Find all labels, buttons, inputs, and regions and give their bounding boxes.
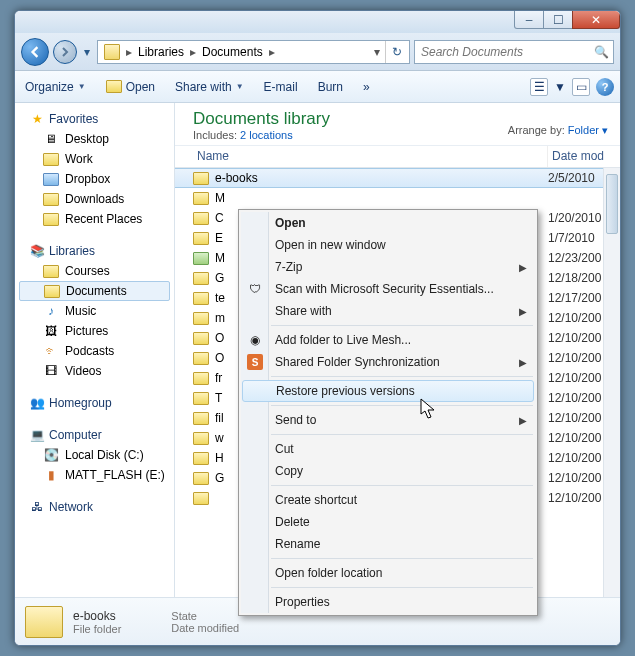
menu-item[interactable]: Properties [241, 591, 535, 613]
menu-item[interactable]: 🛡Scan with Microsoft Security Essentials… [241, 278, 535, 300]
menu-item[interactable]: Restore previous versions [242, 380, 534, 402]
folder-icon [193, 412, 209, 425]
sidebar-libraries-header[interactable]: 📚Libraries [15, 241, 174, 261]
menu-item-icon: ◉ [247, 332, 263, 348]
burn-button[interactable]: Burn [314, 78, 347, 96]
folder-icon [193, 312, 209, 325]
view-mode-dropdown[interactable]: ▼ [554, 80, 566, 94]
column-headers[interactable]: Name Date mod [175, 146, 620, 168]
email-button[interactable]: E-mail [260, 78, 302, 96]
arrange-by-dropdown[interactable]: Folder ▾ [568, 124, 608, 136]
libraries-icon: 📚 [29, 243, 45, 259]
vertical-scrollbar[interactable] [603, 168, 620, 597]
open-button[interactable]: Open [102, 78, 159, 96]
back-button[interactable] [21, 38, 49, 66]
chevron-right-icon[interactable]: ▸ [188, 45, 198, 59]
star-icon: ★ [29, 111, 45, 127]
menu-item[interactable]: Delete [241, 511, 535, 533]
submenu-arrow-icon: ▶ [519, 306, 527, 317]
folder-icon [43, 265, 59, 278]
breadcrumb-dropdown[interactable]: ▾ [369, 41, 385, 63]
sidebar-homegroup-header[interactable]: 👥Homegroup [15, 393, 174, 413]
menu-item-label: Rename [275, 537, 320, 551]
breadcrumb[interactable]: ▸ Libraries ▸ Documents ▸ ▾ ↻ [97, 40, 410, 64]
computer-icon: 💻 [29, 427, 45, 443]
sidebar-item-music[interactable]: ♪Music [15, 301, 174, 321]
sidebar-item-work[interactable]: Work [15, 149, 174, 169]
refresh-button[interactable]: ↻ [385, 41, 407, 63]
nav-history-dropdown[interactable]: ▾ [81, 42, 93, 62]
folder-icon [193, 332, 209, 345]
network-icon: 🖧 [29, 499, 45, 515]
folder-icon [193, 432, 209, 445]
sidebar-item-documents[interactable]: Documents [19, 281, 170, 301]
menu-item[interactable]: Create shortcut [241, 489, 535, 511]
homegroup-icon: 👥 [29, 395, 45, 411]
sidebar-item-recent-places[interactable]: Recent Places [15, 209, 174, 229]
recent-icon [43, 213, 59, 226]
sidebar-item-desktop[interactable]: 🖥Desktop [15, 129, 174, 149]
menu-item[interactable]: Share with▶ [241, 300, 535, 322]
folder-icon [193, 352, 209, 365]
search-box[interactable]: 🔍 [414, 40, 614, 64]
search-input[interactable] [419, 44, 594, 60]
sidebar-network-header[interactable]: 🖧Network [15, 497, 174, 517]
scrollbar-thumb[interactable] [606, 174, 618, 234]
chevron-right-icon[interactable]: ▸ [267, 45, 277, 59]
close-button[interactable]: ✕ [572, 11, 620, 29]
sidebar-computer-header[interactable]: 💻Computer [15, 425, 174, 445]
menu-item-icon: S [247, 354, 263, 370]
sidebar-item-podcasts[interactable]: ᯤPodcasts [15, 341, 174, 361]
file-row[interactable]: M [175, 188, 620, 208]
menu-separator [271, 405, 533, 406]
column-name[interactable]: Name [193, 146, 548, 167]
share-with-button[interactable]: Share with▼ [171, 78, 248, 96]
sidebar-item-local-disk[interactable]: 💽Local Disk (C:) [15, 445, 174, 465]
more-button[interactable]: » [359, 78, 374, 96]
menu-item-icon: 🛡 [247, 281, 263, 297]
includes-link[interactable]: 2 locations [240, 129, 293, 141]
menu-item[interactable]: Send to▶ [241, 409, 535, 431]
sidebar-item-flash-drive[interactable]: ▮MATT_FLASH (E:) [15, 465, 174, 485]
menu-item-label: Share with [275, 304, 332, 318]
sidebar-item-pictures[interactable]: 🖼Pictures [15, 321, 174, 341]
menu-item[interactable]: ◉Add folder to Live Mesh... [241, 329, 535, 351]
sidebar-item-dropbox[interactable]: Dropbox [15, 169, 174, 189]
folder-icon [193, 172, 209, 185]
maximize-button[interactable]: ☐ [543, 11, 573, 29]
file-row[interactable]: e-books2/5/2010 [175, 168, 620, 188]
menu-item-label: Scan with Microsoft Security Essentials.… [275, 282, 494, 296]
application-icon [193, 252, 209, 265]
menu-item[interactable]: Copy [241, 460, 535, 482]
toolbar: Organize▼ Open Share with▼ E-mail Burn »… [15, 71, 620, 103]
folder-icon [193, 232, 209, 245]
menu-item[interactable]: 7-Zip▶ [241, 256, 535, 278]
sidebar-item-videos[interactable]: 🎞Videos [15, 361, 174, 381]
menu-item[interactable]: SShared Folder Synchronization▶ [241, 351, 535, 373]
status-item-name: e-books [73, 609, 121, 623]
minimize-button[interactable]: – [514, 11, 544, 29]
sidebar-item-courses[interactable]: Courses [15, 261, 174, 281]
view-mode-button[interactable]: ☰ [530, 78, 548, 96]
help-button[interactable]: ? [596, 78, 614, 96]
folder-icon [193, 192, 209, 205]
menu-item[interactable]: Open in new window [241, 234, 535, 256]
column-date[interactable]: Date mod [548, 146, 620, 167]
breadcrumb-libraries[interactable]: Libraries [134, 41, 188, 63]
status-item-type: File folder [73, 623, 121, 635]
folder-icon [193, 212, 209, 225]
sidebar-favorites-header[interactable]: ★Favorites [15, 109, 174, 129]
organize-button[interactable]: Organize▼ [21, 78, 90, 96]
menu-item[interactable]: Open folder location [241, 562, 535, 584]
menu-item-label: Add folder to Live Mesh... [275, 333, 411, 347]
nav-pane: ★Favorites 🖥Desktop Work Dropbox Downloa… [15, 103, 175, 597]
menu-item[interactable]: Cut [241, 438, 535, 460]
breadcrumb-documents[interactable]: Documents [198, 41, 267, 63]
folder-open-icon [106, 80, 122, 93]
menu-item[interactable]: Open [241, 212, 535, 234]
preview-pane-button[interactable]: ▭ [572, 78, 590, 96]
chevron-right-icon[interactable]: ▸ [124, 45, 134, 59]
sidebar-item-downloads[interactable]: Downloads [15, 189, 174, 209]
menu-item[interactable]: Rename [241, 533, 535, 555]
forward-button[interactable] [53, 40, 77, 64]
